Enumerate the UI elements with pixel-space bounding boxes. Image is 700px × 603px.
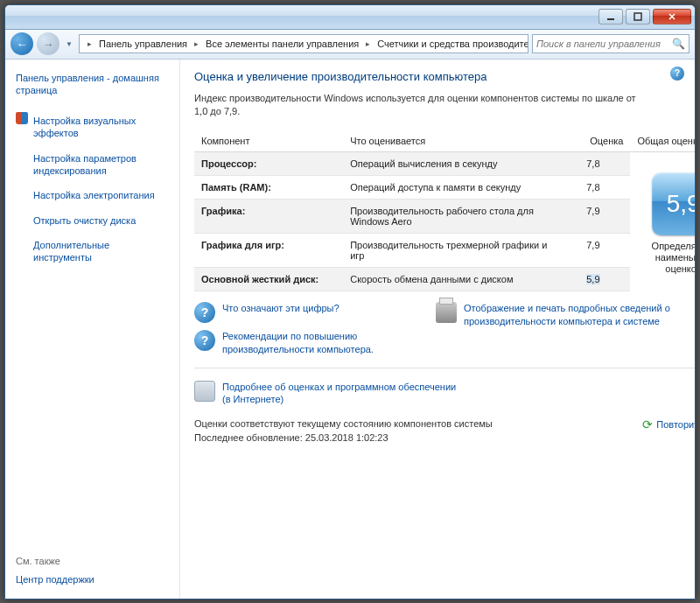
address-bar[interactable]: ▸ Панель управления ▸ Все элементы панел… bbox=[79, 34, 528, 53]
nav-back-button[interactable]: ← bbox=[10, 32, 33, 55]
row-cpu-desc: Операций вычисления в секунду bbox=[343, 152, 556, 176]
maximize-button[interactable] bbox=[626, 9, 650, 25]
bullet-icon bbox=[16, 186, 28, 199]
chevron-right-icon[interactable]: ▸ bbox=[191, 35, 202, 53]
minimize-button[interactable] bbox=[598, 9, 623, 25]
help-icon[interactable]: ? bbox=[670, 67, 684, 81]
chevron-right-icon[interactable]: ▸ bbox=[362, 35, 374, 53]
navbar: ← → ▼ ▸ Панель управления ▸ Все элементы… bbox=[5, 30, 695, 60]
sidebar-item-indexing[interactable]: Настройка параметров индексирования bbox=[33, 149, 169, 181]
row-gaming-score: 7,9 bbox=[556, 234, 630, 268]
titlebar[interactable] bbox=[5, 5, 695, 30]
base-score-cell: 5,9 Определяется наименьшей оценкой bbox=[630, 152, 695, 291]
software-icon bbox=[194, 381, 215, 402]
sidebar-support-link[interactable]: Центр поддержки bbox=[16, 570, 169, 589]
search-box[interactable]: 🔍 bbox=[532, 34, 690, 53]
link-what-numbers-mean[interactable]: Что означают эти цифры? bbox=[222, 302, 340, 314]
see-also-heading: См. также bbox=[16, 556, 169, 570]
row-gaming-label: Графика для игр: bbox=[194, 234, 343, 268]
row-ram-label: Память (RAM): bbox=[194, 176, 343, 200]
sidebar-item-power[interactable]: Настройка электропитания bbox=[33, 186, 155, 205]
row-graphics-score: 7,9 bbox=[556, 200, 630, 234]
bullet-icon bbox=[16, 150, 28, 162]
status-text: Оценки соответствуют текущему состоянию … bbox=[194, 417, 493, 431]
breadcrumb-seg-2[interactable]: Все элементы панели управления bbox=[202, 35, 362, 53]
base-score-badge: 5,9 bbox=[652, 172, 695, 235]
row-graphics-desc: Производительность рабочего стола для Wi… bbox=[343, 200, 556, 234]
sidebar-item-disk-cleanup[interactable]: Открыть очистку диска bbox=[33, 211, 136, 230]
row-cpu-label: Процессор: bbox=[194, 152, 343, 176]
rerun-assessment-link[interactable]: ⟳ Повторить оценку bbox=[642, 417, 695, 431]
refresh-icon: ⟳ bbox=[642, 417, 653, 431]
base-score-label: Определяется наименьшей оценкой bbox=[635, 241, 695, 276]
divider bbox=[194, 368, 695, 368]
link-performance-tips[interactable]: Рекомендации по повышению производительн… bbox=[222, 330, 422, 355]
row-disk-label: Основной жесткий диск: bbox=[194, 268, 343, 291]
control-panel-window: ← → ▼ ▸ Панель управления ▸ Все элементы… bbox=[4, 4, 696, 599]
breadcrumb-seg-1[interactable]: Панель управления bbox=[95, 35, 191, 53]
row-ram-score: 7,8 bbox=[556, 176, 630, 200]
page-intro: Индекс производительности Windows исполь… bbox=[194, 92, 649, 119]
bullet-icon bbox=[16, 236, 28, 249]
bullet-icon bbox=[16, 212, 28, 224]
shield-icon bbox=[16, 112, 28, 124]
col-component: Компонент bbox=[194, 130, 343, 152]
col-score: Оценка bbox=[556, 130, 630, 152]
page-title: Оценка и увеличение производительности к… bbox=[194, 70, 681, 83]
row-gaming-desc: Производительность трехмерной графики и … bbox=[343, 234, 556, 268]
nav-history-dropdown[interactable]: ▼ bbox=[63, 34, 75, 53]
search-icon[interactable]: 🔍 bbox=[672, 38, 685, 50]
col-base-score: Общая оценка bbox=[630, 130, 695, 152]
svg-rect-1 bbox=[634, 13, 641, 20]
nav-forward-button[interactable]: → bbox=[37, 32, 60, 55]
content-area: ? Оценка и увеличение производительности… bbox=[180, 60, 695, 599]
sidebar-item-advanced-tools[interactable]: Дополнительные инструменты bbox=[33, 235, 169, 268]
sidebar-home-link[interactable]: Панель управления - домашняя страница bbox=[16, 68, 169, 101]
help-icon: ? bbox=[194, 330, 215, 351]
link-more-info-online[interactable]: Подробнее об оценках и программном обесп… bbox=[222, 381, 457, 406]
svg-rect-0 bbox=[607, 18, 614, 20]
scores-table: Компонент Что оценивается Оценка Общая о… bbox=[194, 130, 695, 291]
sidebar: Панель управления - домашняя страница На… bbox=[5, 60, 180, 599]
row-cpu-score: 7,8 bbox=[556, 152, 630, 176]
sidebar-item-visual-effects[interactable]: Настройка визуальных эффектов bbox=[33, 111, 169, 144]
close-button[interactable] bbox=[653, 9, 691, 25]
search-input[interactable] bbox=[536, 39, 672, 49]
row-disk-desc: Скорость обмена данными с диском bbox=[343, 268, 556, 291]
col-description: Что оценивается bbox=[343, 130, 556, 152]
breadcrumb-seg-3[interactable]: Счетчики и средства производительности bbox=[374, 35, 528, 53]
row-ram-desc: Операций доступа к памяти в секунду bbox=[343, 176, 556, 200]
link-print-details[interactable]: Отображение и печать подробных сведений … bbox=[464, 302, 681, 327]
printer-icon bbox=[436, 302, 457, 323]
last-updated-text: Последнее обновление: 25.03.2018 1:02:23 bbox=[194, 431, 493, 445]
row-graphics-label: Графика: bbox=[194, 200, 343, 234]
chevron-right-icon[interactable]: ▸ bbox=[84, 35, 95, 53]
row-disk-score: 5,9 bbox=[556, 268, 630, 291]
help-icon: ? bbox=[194, 302, 215, 323]
